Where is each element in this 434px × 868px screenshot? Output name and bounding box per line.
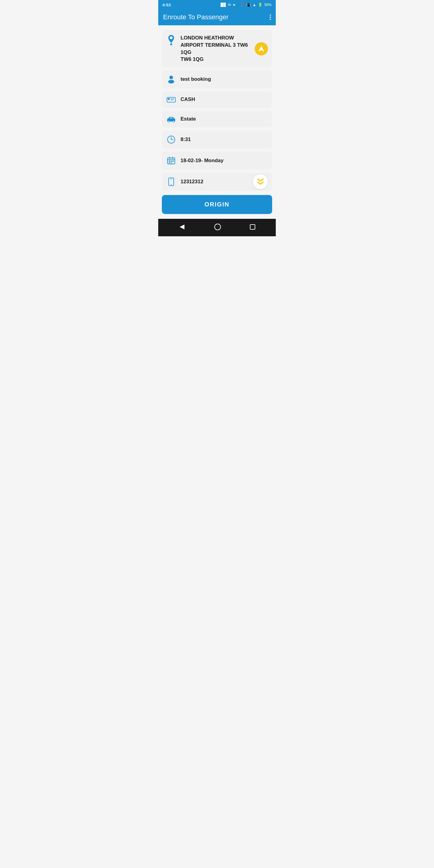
svg-point-26	[171, 184, 172, 185]
wifi-icon: ▲	[253, 3, 256, 7]
svg-rect-22	[169, 162, 170, 163]
payment-type: CASH	[181, 96, 195, 103]
cash-icon	[166, 96, 176, 103]
location-pin-icon	[166, 34, 176, 45]
svg-point-29	[215, 224, 221, 230]
svg-rect-9	[170, 117, 173, 119]
svg-rect-23	[170, 162, 172, 163]
clock-icon	[166, 135, 176, 144]
more-dot-1	[270, 14, 271, 16]
svg-point-11	[173, 121, 174, 122]
date-card: 18-02-19- Monday	[162, 152, 272, 170]
svg-point-2	[169, 76, 173, 79]
app-bar-title: Enroute To Passenger	[163, 13, 228, 21]
car-icon	[166, 116, 176, 123]
calendar-icon	[166, 156, 176, 165]
content-area: LONDON HEATHROWAIRPORT TERMINAL 3 TW61QG…	[158, 25, 276, 219]
android-nav-bar	[158, 219, 276, 236]
svg-point-0	[170, 36, 173, 39]
home-button[interactable]	[214, 223, 221, 230]
location-icon: 📍	[240, 3, 244, 7]
more-dot-2	[270, 17, 271, 18]
battery-level-icon: 🔋	[258, 3, 262, 7]
more-dot-3	[270, 19, 271, 20]
back-button[interactable]	[179, 223, 186, 230]
battery-icon: ▉▉	[221, 3, 226, 7]
vibrate-icon: 📳	[246, 3, 251, 7]
time-card: 8:31	[162, 130, 272, 149]
status-time: 4:53	[162, 3, 171, 7]
battery-percent: 56%	[264, 3, 272, 7]
phone-icon	[166, 178, 176, 186]
svg-rect-21	[173, 161, 174, 162]
svg-point-3	[168, 80, 174, 84]
svg-point-10	[168, 121, 169, 122]
passenger-name: test booking	[181, 76, 211, 83]
passenger-card: test booking	[162, 70, 272, 88]
chevron-down-button[interactable]	[253, 174, 268, 189]
svg-rect-27	[169, 180, 173, 184]
app-bar: Enroute To Passenger	[158, 10, 276, 25]
booking-date: 18-02-19- Monday	[181, 157, 224, 164]
svg-rect-20	[170, 161, 172, 162]
status-bar: 4:53 ▉▉ ✉ ➤ 📍 📳 ▲ 🔋 56%	[158, 0, 276, 10]
person-icon	[166, 75, 176, 84]
vehicle-card: Estate	[162, 111, 272, 127]
svg-rect-5	[168, 98, 170, 99]
svg-marker-1	[258, 46, 264, 52]
more-options-button[interactable]	[270, 14, 271, 20]
mail-icon: ✉	[228, 3, 231, 7]
vehicle-type: Estate	[181, 116, 196, 123]
location-card: LONDON HEATHROWAIRPORT TERMINAL 3 TW61QG…	[162, 30, 272, 67]
booking-time: 8:31	[181, 136, 191, 143]
origin-button[interactable]: ORIGIN	[162, 195, 272, 214]
recents-button[interactable]	[250, 224, 255, 230]
svg-rect-19	[169, 161, 170, 162]
phone-card: 12312312	[162, 173, 272, 191]
navigation-button[interactable]	[255, 42, 268, 56]
phone-number: 12312312	[181, 179, 204, 185]
svg-rect-30	[250, 224, 255, 229]
svg-marker-28	[180, 224, 184, 229]
status-icons: ▉▉ ✉ ➤ 📍 📳 ▲ 🔋 56%	[221, 3, 272, 7]
send-icon: ➤	[233, 3, 236, 7]
payment-card: CASH	[162, 91, 272, 108]
